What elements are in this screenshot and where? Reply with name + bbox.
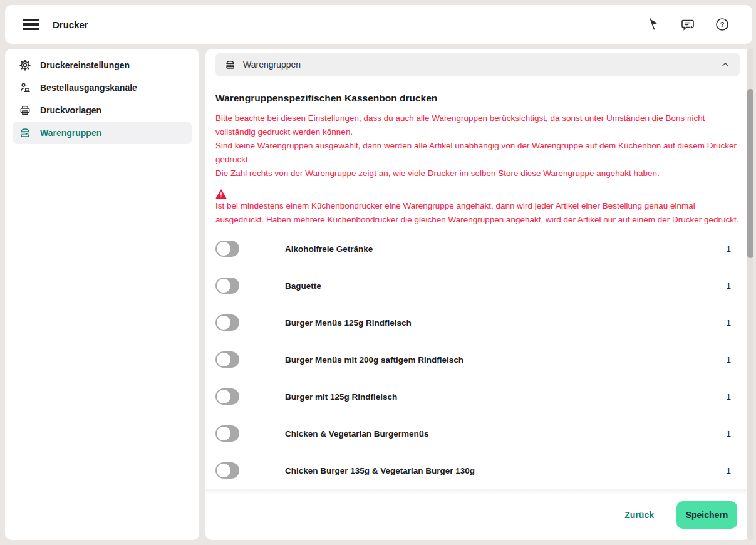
- warengruppe-row: Chicken Burger 135g & Vegetarian Burger …: [215, 452, 740, 489]
- sidebar-item-label: Bestellausgangskanäle: [40, 83, 137, 93]
- warning-text: Ist bei mindestens einem Küchenbondrucke…: [215, 189, 740, 227]
- warengruppe-label: Chicken Burger 135g & Vegetarian Burger …: [285, 466, 475, 475]
- warengruppe-label: Burger Menüs mit 200g saftigem Rindfleis…: [285, 355, 463, 365]
- settings-sidebar: Druckereinstellungen Bestellausgangskanä…: [5, 49, 199, 540]
- warengruppe-row: Burger mit 125g Rindfleisch 1: [215, 378, 740, 415]
- warengruppe-row: Burger Menüs 125g Rindfleisch 1: [215, 304, 740, 341]
- page-title: Drucker: [53, 19, 88, 30]
- warengruppen-panel: Warengruppen Warengruppenspezifischen Ka…: [205, 49, 750, 540]
- sidebar-item-druckvorlagen[interactable]: Druckvorlagen: [13, 99, 192, 122]
- sidebar-item-label: Druckereinstellungen: [40, 60, 130, 70]
- toggle-knob: [217, 427, 230, 440]
- warning-triangle-icon: [215, 189, 227, 199]
- sidebar-item-warengruppen[interactable]: Warengruppen: [13, 122, 192, 144]
- notice-line: Sind keine Warengruppen ausgewählt, dann…: [215, 139, 740, 167]
- warengruppe-label: Burger mit 125g Rindfleisch: [285, 392, 397, 402]
- warengruppe-toggle-off[interactable]: [215, 462, 239, 479]
- warengruppe-toggle-off[interactable]: [215, 351, 239, 368]
- hamburger-menu-icon[interactable]: [23, 19, 39, 30]
- sidebar-item-label: Druckvorlagen: [40, 105, 101, 115]
- warengruppe-toggle-off[interactable]: [215, 425, 239, 442]
- warengruppe-row: Alkoholfreie Getränke 1: [215, 231, 740, 267]
- printer-icon: [19, 104, 31, 117]
- toggle-knob: [217, 353, 230, 366]
- warengruppe-printer-count: 1: [726, 244, 740, 254]
- flag-icon[interactable]: [646, 17, 661, 32]
- warengruppen-list: Alkoholfreie Getränke 1 Baguette 1 Burge…: [215, 231, 740, 489]
- warengruppe-label: Baguette: [285, 281, 321, 291]
- sidebar-item-label: Warengruppen: [40, 128, 101, 138]
- svg-text:?: ?: [720, 21, 724, 28]
- warengruppe-printer-count: 1: [726, 318, 740, 328]
- warengruppe-toggle-off[interactable]: [215, 278, 239, 294]
- warengruppe-label: Chicken & Vegetarian Burgermenüs: [285, 429, 429, 439]
- help-icon[interactable]: ?: [715, 17, 730, 32]
- warengruppe-toggle-off[interactable]: [215, 388, 239, 405]
- toggle-knob: [217, 242, 230, 256]
- warengruppe-label: Alkoholfreie Getränke: [285, 244, 373, 254]
- toggle-knob: [217, 390, 230, 403]
- feedback-review-icon[interactable]: [680, 17, 695, 32]
- panel-header-warengruppen[interactable]: Warengruppen: [215, 53, 740, 76]
- toggle-knob: [217, 464, 230, 477]
- order-output-channel-icon: [19, 81, 31, 94]
- panel-footer: Zurück Speichern: [215, 489, 740, 540]
- top-bar: Drucker ?: [5, 5, 752, 44]
- warengruppe-toggle-off[interactable]: [215, 314, 239, 331]
- warning-message: Ist bei mindestens einem Küchenbondrucke…: [215, 201, 738, 224]
- section-heading: Warengruppenspezifischen Kassenbon druck…: [215, 93, 740, 104]
- warengruppe-printer-count: 1: [726, 355, 740, 365]
- warengruppe-printer-count: 1: [726, 281, 740, 291]
- panel-header-title: Warengruppen: [243, 60, 301, 70]
- toggle-knob: [217, 279, 230, 293]
- back-button[interactable]: Zurück: [624, 510, 654, 520]
- notice-line: Bitte beachte bei diesen Einstellungen, …: [215, 112, 740, 139]
- warengruppe-row: Chicken & Vegetarian Burgermenüs 1: [215, 415, 740, 452]
- gear-icon: [19, 59, 31, 71]
- save-button[interactable]: Speichern: [676, 501, 737, 529]
- warengruppe-printer-count: 1: [726, 466, 740, 475]
- sidebar-item-bestellausgangskanaele[interactable]: Bestellausgangskanäle: [13, 76, 192, 99]
- sidebar-item-druckereinstellungen[interactable]: Druckereinstellungen: [13, 54, 192, 76]
- toggle-knob: [217, 316, 230, 330]
- warengruppe-printer-count: 1: [726, 392, 740, 402]
- burger-icon: [224, 59, 236, 71]
- warengruppe-row: Burger Menüs mit 200g saftigem Rindfleis…: [215, 341, 740, 378]
- chevron-up-icon[interactable]: [720, 59, 731, 70]
- warengruppe-printer-count: 1: [726, 429, 740, 439]
- warengruppe-row: Baguette 1: [215, 267, 740, 304]
- notice-line: Die Zahl rechts von der Warengruppe zeig…: [215, 167, 740, 180]
- warengruppe-toggle-off[interactable]: [215, 241, 239, 257]
- burger-icon: [19, 127, 31, 139]
- scrollbar-thumb[interactable]: [747, 89, 753, 258]
- warengruppe-label: Burger Menüs 125g Rindfleisch: [285, 318, 412, 328]
- notice-text: Bitte beachte bei diesen Einstellungen, …: [215, 112, 740, 180]
